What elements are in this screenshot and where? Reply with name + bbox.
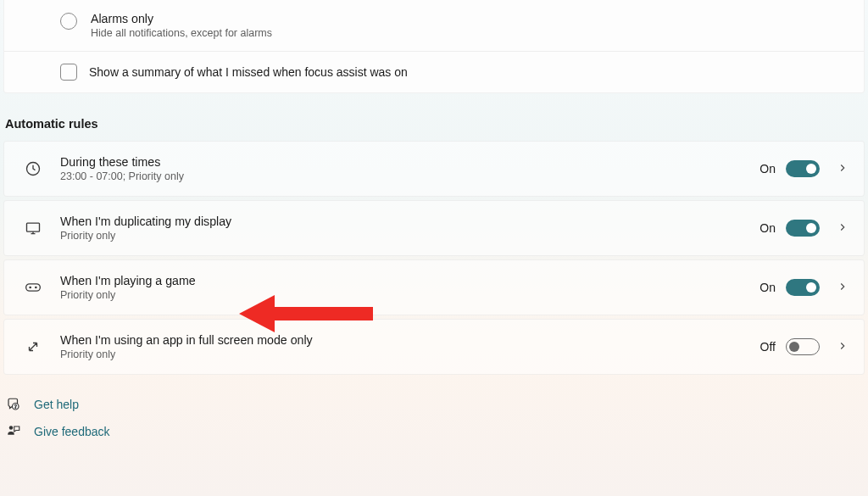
summary-checkbox-row[interactable]: Show a summary of what I missed when foc… xyxy=(4,52,864,92)
get-help-link[interactable]: Get help xyxy=(5,397,868,412)
rule-display-texts: When I'm duplicating my display Priority… xyxy=(60,215,760,242)
svg-rect-1 xyxy=(27,223,40,231)
rule-times-texts: During these times 23:00 - 07:00; Priori… xyxy=(60,155,760,182)
footer-links: Get help Give feedback xyxy=(0,378,868,439)
svg-point-7 xyxy=(9,426,14,430)
rule-display-subtitle: Priority only xyxy=(60,230,760,242)
svg-point-4 xyxy=(36,287,36,287)
rule-game-toggle[interactable] xyxy=(786,279,820,296)
rule-fullscreen-state: Off xyxy=(760,340,776,354)
alarms-only-radio-row[interactable]: Alarms only Hide all notifications, exce… xyxy=(4,0,864,51)
rule-fullscreen-texts: When I'm using an app in full screen mod… xyxy=(60,333,760,360)
expand-icon xyxy=(23,337,43,357)
rule-duplicating-display[interactable]: When I'm duplicating my display Priority… xyxy=(3,200,865,256)
chevron-right-icon xyxy=(837,281,849,295)
help-icon xyxy=(5,397,22,412)
svg-point-3 xyxy=(30,287,31,287)
svg-point-6 xyxy=(15,408,16,409)
rule-game-title: When I'm playing a game xyxy=(60,274,760,287)
rule-game-texts: When I'm playing a game Priority only xyxy=(60,274,760,301)
alarms-only-subtitle: Hide all notifications, except for alarm… xyxy=(91,27,272,39)
checkbox-unchecked-icon xyxy=(60,64,77,81)
rule-times-subtitle: 23:00 - 07:00; Priority only xyxy=(60,170,760,182)
rule-times-toggle[interactable] xyxy=(786,160,820,177)
rule-during-times[interactable]: During these times 23:00 - 07:00; Priori… xyxy=(3,141,865,197)
give-feedback-label: Give feedback xyxy=(34,425,110,438)
gamepad-icon xyxy=(23,277,43,298)
rule-playing-game[interactable]: When I'm playing a game Priority only On xyxy=(3,259,865,315)
chevron-right-icon xyxy=(837,221,849,236)
alarms-only-title: Alarms only xyxy=(91,12,272,25)
rule-times-title: During these times xyxy=(60,155,760,169)
focus-assist-options-card: Alarms only Hide all notifications, exce… xyxy=(3,0,865,93)
rule-fullscreen-app[interactable]: When I'm using an app in full screen mod… xyxy=(3,319,865,375)
rule-fullscreen-subtitle: Priority only xyxy=(60,348,760,360)
monitor-icon xyxy=(23,218,43,238)
summary-checkbox-label: Show a summary of what I missed when foc… xyxy=(89,65,408,79)
rule-game-subtitle: Priority only xyxy=(60,289,760,301)
give-feedback-link[interactable]: Give feedback xyxy=(5,424,868,439)
radio-unchecked-icon xyxy=(60,13,77,30)
automatic-rules-header: Automatic rules xyxy=(0,93,868,141)
alarms-only-texts: Alarms only Hide all notifications, exce… xyxy=(91,12,272,39)
clock-icon xyxy=(23,159,43,179)
rule-game-state: On xyxy=(760,281,776,294)
rule-fullscreen-toggle[interactable] xyxy=(786,338,820,355)
rule-display-title: When I'm duplicating my display xyxy=(60,215,760,228)
svg-rect-2 xyxy=(26,284,41,291)
rule-times-state: On xyxy=(760,162,776,176)
rule-display-state: On xyxy=(760,221,776,235)
feedback-icon xyxy=(5,424,22,439)
get-help-label: Get help xyxy=(34,398,79,411)
rule-display-toggle[interactable] xyxy=(786,220,820,237)
chevron-right-icon xyxy=(837,162,849,176)
rule-fullscreen-title: When I'm using an app in full screen mod… xyxy=(60,333,760,347)
chevron-right-icon xyxy=(837,340,849,354)
